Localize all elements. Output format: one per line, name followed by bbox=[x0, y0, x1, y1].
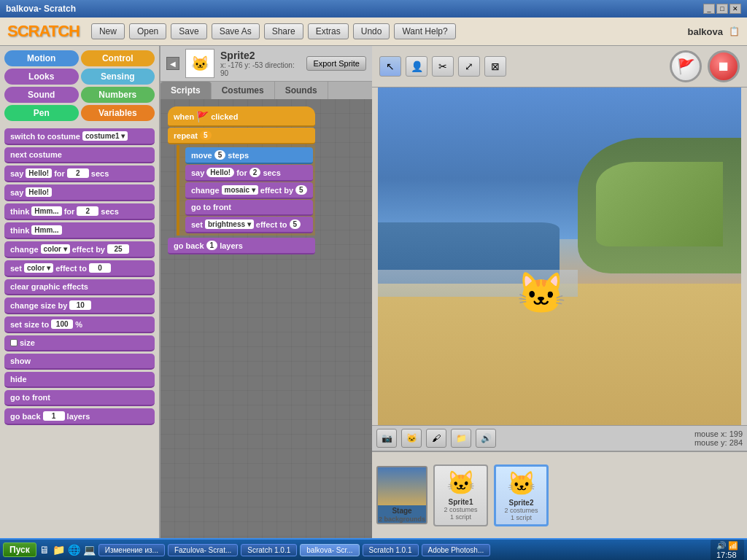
taskbar-icon-1: 🖥 bbox=[39, 544, 50, 556]
toolbar-right: balkova 📋 bbox=[688, 26, 740, 37]
add-sprite-file-button[interactable]: 🖌 bbox=[426, 429, 446, 448]
category-control[interactable]: Control bbox=[81, 50, 155, 66]
sprite-card-1[interactable]: 🐱 Sprite1 2 costumes 1 script bbox=[433, 464, 488, 526]
block-repeat[interactable]: repeat 5 bbox=[168, 128, 315, 144]
undo-button[interactable]: Undo bbox=[353, 23, 390, 39]
block-go-back[interactable]: go back 1 layers bbox=[4, 408, 155, 425]
tool-pointer[interactable]: ↖ bbox=[379, 56, 401, 77]
taskbar-item-6[interactable]: Adobe Photosh... bbox=[422, 544, 491, 556]
sprite1-name: Sprite1 bbox=[449, 498, 473, 506]
stage-screenshot-button[interactable]: 📷 bbox=[376, 429, 397, 448]
scripts-area[interactable]: when 🚩 clicked repeat 5 move 5 bbox=[160, 99, 372, 538]
taskbar-icon-4: 💻 bbox=[83, 544, 96, 556]
minimize-button[interactable]: _ bbox=[703, 4, 715, 14]
category-sound[interactable]: Sound bbox=[4, 87, 79, 103]
content-area: Motion Control Looks Sensing Sound Numbe… bbox=[0, 46, 747, 538]
category-variables[interactable]: Variables bbox=[81, 105, 155, 121]
taskbar-item-2[interactable]: Fazulova- Scrat... bbox=[168, 544, 238, 556]
block-change-effect[interactable]: change color ▾ effect by 25 bbox=[4, 241, 155, 258]
tab-sounds[interactable]: Sounds bbox=[275, 82, 328, 99]
sprite2-icon: 🐱 bbox=[507, 470, 536, 497]
sprite-thumbnail: 🐱 bbox=[185, 49, 214, 78]
block-say[interactable]: say Hello! bbox=[4, 184, 155, 201]
tool-shrink[interactable]: ⊠ bbox=[484, 56, 506, 77]
block-go-to-front[interactable]: go to front bbox=[4, 390, 155, 406]
save-button[interactable]: Save bbox=[171, 23, 206, 39]
category-looks[interactable]: Looks bbox=[4, 69, 79, 85]
sprite-card-2[interactable]: 🐱 Sprite2 2 costumes 1 script bbox=[494, 464, 549, 526]
tool-cut[interactable]: ✂ bbox=[432, 56, 454, 77]
block-hide[interactable]: hide bbox=[4, 372, 155, 388]
sprite-header: ◀ 🐱 Sprite2 x: -176 y: -53 direction: 90… bbox=[160, 46, 372, 82]
sprites-area: Stage 2 backgrounds 🐱 Sprite1 2 costumes… bbox=[372, 451, 747, 538]
scratch-logo: SCRATCH bbox=[7, 22, 80, 41]
username: balkova bbox=[688, 26, 723, 37]
block-next-costume[interactable]: next costume bbox=[4, 147, 155, 163]
mouse-x: 199 bbox=[729, 429, 743, 438]
tool-grow[interactable]: ⤢ bbox=[458, 56, 480, 77]
block-switch-costume[interactable]: switch to costume costume1 ▾ bbox=[4, 128, 155, 145]
add-sprite-paint-button[interactable]: 🐱 bbox=[401, 429, 422, 448]
extras-button[interactable]: Extras bbox=[308, 23, 349, 39]
sprite1-icon: 🐱 bbox=[446, 469, 476, 497]
stage-thumb-bg bbox=[378, 467, 426, 505]
share-button[interactable]: Share bbox=[264, 23, 303, 39]
block-change-size[interactable]: change size by 10 bbox=[4, 298, 155, 314]
block-say-script[interactable]: say Hello! for 2 secs bbox=[185, 165, 313, 182]
block-size-check[interactable]: size bbox=[4, 335, 155, 351]
block-goto-front-script[interactable]: go to front bbox=[185, 200, 313, 216]
stop-button[interactable]: ⏹ bbox=[708, 50, 740, 82]
taskbar-item-1[interactable]: Изменение из... bbox=[98, 544, 165, 556]
category-motion[interactable]: Motion bbox=[4, 50, 79, 66]
tab-costumes[interactable]: Costumes bbox=[212, 82, 275, 99]
open-button[interactable]: Open bbox=[129, 23, 166, 39]
window-title: balkova- Scratch bbox=[6, 4, 76, 14]
block-go-back-script[interactable]: go back 1 layers bbox=[168, 238, 315, 254]
toolbar: SCRATCH New Open Save Save As Share Extr… bbox=[0, 18, 747, 46]
stage-thumbnail[interactable]: Stage 2 backgrounds bbox=[376, 466, 427, 524]
block-say-for[interactable]: say Hello! for 2 secs bbox=[4, 166, 155, 182]
collapse-button[interactable]: ◀ bbox=[166, 57, 179, 70]
taskbar-right: 🔊 📶 17:58 bbox=[711, 540, 744, 561]
help-button[interactable]: Want Help? bbox=[394, 23, 455, 39]
taskbar-item-3[interactable]: Scratch 1.0.1 bbox=[241, 544, 297, 556]
save-as-button[interactable]: Save As bbox=[212, 23, 260, 39]
add-sprite-camera-button[interactable]: 📁 bbox=[451, 429, 471, 448]
category-sensing[interactable]: Sensing bbox=[81, 69, 155, 85]
block-set-brightness[interactable]: set brightness ▾ effect to 5 bbox=[185, 217, 313, 233]
green-flag-button[interactable]: 🚩 bbox=[670, 50, 702, 82]
new-button[interactable]: New bbox=[91, 23, 125, 39]
sprite1-sub1: 2 costumes bbox=[444, 506, 477, 513]
sprite1-sub2: 1 script bbox=[450, 513, 471, 521]
block-when-clicked[interactable]: when 🚩 clicked bbox=[168, 106, 315, 127]
block-think-for[interactable]: think Hmm... for 2 secs bbox=[4, 203, 155, 220]
start-button[interactable]: Пуск bbox=[3, 542, 36, 557]
block-set-effect[interactable]: set color ▾ effect to 0 bbox=[4, 260, 155, 277]
block-show[interactable]: show bbox=[4, 354, 155, 370]
tab-scripts[interactable]: Scripts bbox=[160, 82, 212, 99]
close-button[interactable]: ✕ bbox=[729, 4, 741, 14]
taskbar-item-5[interactable]: Scratch 1.0.1 bbox=[363, 544, 419, 556]
add-backdrop-button[interactable]: 🔊 bbox=[476, 429, 496, 448]
stage-hills-2 bbox=[596, 162, 723, 246]
stage-bottom-bar: 📷 🐱 🖌 📁 🔊 mouse x: 199 mouse y: 284 bbox=[372, 425, 747, 451]
block-think[interactable]: think Hmm... bbox=[4, 222, 155, 239]
script-tabs: Scripts Costumes Sounds bbox=[160, 82, 372, 99]
category-pen[interactable]: Pen bbox=[4, 105, 79, 121]
stage-background: 🐱 bbox=[378, 88, 741, 425]
left-panel: Motion Control Looks Sensing Sound Numbe… bbox=[0, 46, 160, 538]
block-set-size[interactable]: set size to 100 % bbox=[4, 316, 155, 333]
block-move[interactable]: move 5 steps bbox=[185, 147, 313, 164]
block-clear-effects[interactable]: clear graphic effects bbox=[4, 279, 155, 295]
maximize-button[interactable]: □ bbox=[716, 4, 728, 14]
category-numbers[interactable]: Numbers bbox=[81, 87, 155, 103]
user-icon: 📋 bbox=[729, 26, 740, 36]
taskbar-item-4[interactable]: balkova- Scr... bbox=[300, 544, 359, 556]
tool-duplicate[interactable]: 👤 bbox=[406, 56, 427, 77]
window-controls[interactable]: _ □ ✕ bbox=[703, 4, 741, 14]
script-stack: when 🚩 clicked repeat 5 move 5 bbox=[168, 106, 315, 254]
size-checkbox[interactable] bbox=[10, 339, 18, 346]
mouse-y: 284 bbox=[729, 438, 743, 447]
block-change-mosaic[interactable]: change mosaic ▾ effect by 5 bbox=[185, 182, 313, 199]
export-sprite-button[interactable]: Export Sprite bbox=[306, 56, 366, 71]
